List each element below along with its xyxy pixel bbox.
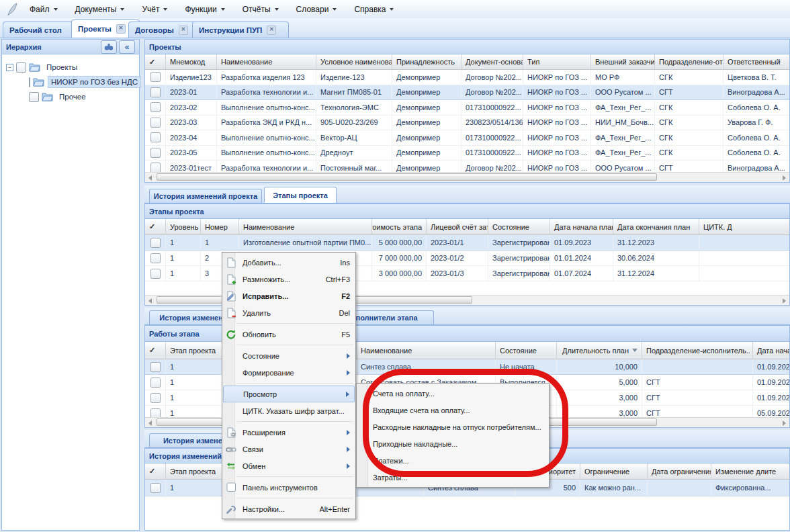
column-header[interactable]: Документ-основан xyxy=(462,54,523,69)
scroll-right-icon[interactable] xyxy=(779,296,789,304)
tree-node-niokr[interactable]: НИОКР по ГОЗ без НДС xyxy=(6,75,139,89)
tree-collapse-icon[interactable] xyxy=(6,64,13,71)
tree-checkbox[interactable] xyxy=(29,77,30,87)
column-header[interactable] xyxy=(145,463,166,479)
menubar-item-6[interactable]: Справка xyxy=(345,0,402,18)
column-header[interactable]: Наименование xyxy=(239,219,372,234)
row-checkbox[interactable] xyxy=(150,132,161,142)
menu-item[interactable]: Формирование xyxy=(222,364,355,381)
table-row[interactable]: 2023-04Выполнение опытно-конс...Вектор-А… xyxy=(145,130,789,146)
menu-item[interactable]: Расширения xyxy=(222,424,355,441)
column-header[interactable]: Длительность план xyxy=(557,342,642,359)
row-checkbox[interactable] xyxy=(150,72,161,82)
tab-instructions[interactable]: Инструкции ПУП xyxy=(192,21,289,38)
column-header[interactable]: Принадлежность xyxy=(392,54,462,69)
menu-item[interactable]: Затраты... xyxy=(357,469,549,486)
scroll-right-icon[interactable] xyxy=(779,173,789,181)
row-checkbox[interactable] xyxy=(150,393,161,403)
menubar-item-1[interactable]: Документы xyxy=(67,0,134,18)
collapse-panel-button[interactable]: « xyxy=(119,40,135,54)
column-header[interactable]: Изменение длите xyxy=(711,463,790,479)
scroll-left-icon[interactable] xyxy=(145,173,155,181)
menubar-item-5[interactable]: Словари xyxy=(288,0,346,18)
tab-project-history[interactable]: История изменений проекта xyxy=(149,189,262,203)
menu-item[interactable]: Обмен xyxy=(222,457,355,474)
column-header[interactable] xyxy=(145,342,166,359)
tree-node-other[interactable]: Прочее xyxy=(6,89,139,104)
column-header[interactable]: Этап проекта xyxy=(166,342,222,359)
column-header[interactable]: ЦИТК. Д xyxy=(699,219,790,234)
tree-node-label[interactable]: НИОКР по ГОЗ без НДС xyxy=(48,76,141,88)
menu-item[interactable]: Платежи... xyxy=(357,452,549,469)
column-header[interactable]: Лицевой счёт затрат. xyxy=(427,219,488,234)
scroll-left-icon[interactable] xyxy=(145,418,155,427)
menu-item[interactable]: ОбновитьF5 xyxy=(222,326,355,343)
column-header[interactable]: Дата ограничения xyxy=(648,463,711,479)
menubar-item-2[interactable]: Учёт xyxy=(133,0,176,18)
horizontal-scrollbar[interactable] xyxy=(145,172,789,182)
table-row[interactable]: 11Изготовление опытной партии ПМ0...5 00… xyxy=(145,235,789,251)
scroll-right-icon[interactable] xyxy=(779,418,789,427)
menu-item[interactable]: Связи xyxy=(222,441,355,457)
row-checkbox[interactable] xyxy=(150,378,161,388)
column-header[interactable]: Дата окончания план xyxy=(613,219,699,234)
menu-item[interactable]: Размножить...Ctrl+F3 xyxy=(222,271,355,287)
table-row[interactable]: Изделие123Разработка изделия 123Изделие-… xyxy=(145,70,789,85)
column-header[interactable]: Стоимость этапа xyxy=(372,219,427,234)
menu-item[interactable]: Исправить...F2 xyxy=(222,287,355,304)
tree-checkbox[interactable] xyxy=(16,62,26,73)
column-header[interactable]: Состояние xyxy=(488,219,550,234)
column-header[interactable]: Ответственный xyxy=(723,54,790,69)
menu-item[interactable]: Расходные накладные на отпуск потребител… xyxy=(357,418,549,435)
tree-node-label[interactable]: Проекты xyxy=(44,62,80,73)
column-header[interactable]: Дата начала план xyxy=(550,219,613,234)
tab-project-stages[interactable]: Этапы проекта xyxy=(264,187,337,203)
row-checkbox[interactable] xyxy=(150,269,161,279)
row-checkbox[interactable] xyxy=(150,238,161,248)
tree-checkbox[interactable] xyxy=(29,92,39,102)
close-tab-icon[interactable] xyxy=(267,26,276,35)
row-checkbox[interactable] xyxy=(150,253,161,263)
close-tab-icon[interactable] xyxy=(116,24,126,34)
menu-item[interactable]: Приходные накладные... xyxy=(357,435,549,452)
tree-node-projects[interactable]: Проекты xyxy=(6,60,139,75)
tree-node-label[interactable]: Прочее xyxy=(56,91,89,102)
menu-item[interactable]: ЦИТК. Указать шифр затрат... xyxy=(222,402,355,419)
row-checkbox[interactable] xyxy=(150,362,161,372)
menubar-item-0[interactable]: Файл xyxy=(21,0,67,18)
menu-item[interactable]: Настройки...Alt+Enter xyxy=(222,500,355,517)
table-row[interactable]: 2023-01Разработка технологии и...Магнит … xyxy=(145,85,789,101)
column-header[interactable]: Этап проекта xyxy=(166,463,222,479)
table-row[interactable]: 2023-05Выполнение опытно-конс...Дредноут… xyxy=(145,146,789,161)
column-header[interactable]: Мнемокод xyxy=(166,54,217,69)
row-checkbox[interactable] xyxy=(150,163,161,173)
row-checkbox[interactable] xyxy=(150,87,161,97)
menu-item[interactable]: Добавить...Ins xyxy=(222,254,355,271)
column-header[interactable]: Наименование xyxy=(217,54,316,69)
menu-item[interactable]: Панель инструментов xyxy=(222,479,355,496)
column-header[interactable]: Номер xyxy=(201,219,239,234)
column-header[interactable] xyxy=(145,219,166,234)
menu-item[interactable]: Счета на оплату... xyxy=(357,385,549,402)
column-header[interactable]: Условное наименова xyxy=(316,54,392,69)
column-header[interactable]: Уровень xyxy=(166,219,201,234)
table-row[interactable]: 2023-03Разработка ЭКД и РКД н...905-U020… xyxy=(145,116,789,131)
menubar-item-3[interactable]: Функции xyxy=(176,0,233,18)
row-checkbox[interactable] xyxy=(150,483,161,493)
column-header[interactable]: Ограничение xyxy=(580,463,648,479)
menu-item[interactable]: Просмотр xyxy=(223,386,355,402)
menu-item[interactable]: УдалитьDel xyxy=(222,304,355,321)
menubar-item-4[interactable]: Отчёты xyxy=(234,0,288,18)
column-header[interactable]: Подразделение-исполнитель.. xyxy=(642,342,753,359)
column-header[interactable] xyxy=(145,54,166,69)
column-header[interactable]: Наименование xyxy=(357,342,496,359)
close-tab-icon[interactable] xyxy=(179,26,188,35)
search-button[interactable] xyxy=(101,40,117,54)
menu-item[interactable]: Состояние xyxy=(222,347,355,364)
scroll-left-icon[interactable] xyxy=(145,296,155,304)
column-header[interactable]: Тип xyxy=(523,54,591,69)
menu-item[interactable]: Входящие счета на оплату... xyxy=(357,402,549,418)
row-checkbox[interactable] xyxy=(150,102,161,112)
column-header[interactable]: Дата начал xyxy=(753,342,790,359)
column-header[interactable]: Подразделение-от xyxy=(655,54,723,69)
